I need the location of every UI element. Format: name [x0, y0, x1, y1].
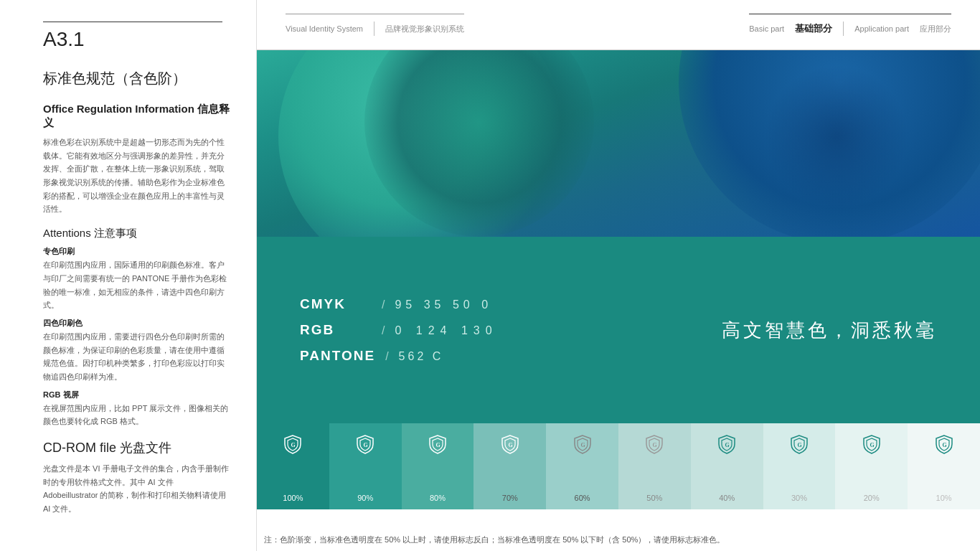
rgb-row: RGB / 0 124 130 — [300, 322, 498, 338]
footer-note: 注：色阶渐变，当标准色透明度在 50% 以上时，请使用标志反白；当标准色透明度在… — [264, 534, 966, 545]
swatch-label: 10% — [936, 494, 952, 502]
cdrom-body: 光盘文件是本 VI 手册电子文件的集合，内含手册制作时的专用软件格式文件。其中 … — [43, 462, 230, 516]
swatch-label: 40% — [719, 494, 735, 502]
app-en-label: Application part — [854, 24, 909, 33]
swatches-panel: G100%G90%G80%G70%G60%G50%G40%G30%G20%G10… — [257, 423, 980, 509]
shield-icon: G — [715, 432, 738, 458]
swatch-item: G70% — [473, 423, 546, 509]
cmyk-values: 95 35 50 0 — [395, 298, 492, 311]
header-right-separator — [843, 22, 844, 36]
rgb-label: RGB 视屏 — [43, 390, 230, 400]
basic-cn-label: 基础部分 — [795, 22, 832, 35]
global-header: Visual Identity System 品牌视觉形象识别系统 Basic … — [257, 0, 980, 50]
cmyk-slash: / — [382, 298, 385, 311]
shield-icon: G — [788, 432, 811, 458]
page-number: A3.1 — [43, 28, 230, 51]
special-print-label: 专色印刷 — [43, 246, 230, 257]
svg-text:G: G — [580, 442, 585, 448]
swatch-label: 30% — [791, 494, 807, 502]
svg-text:G: G — [435, 442, 440, 448]
svg-text:G: G — [291, 442, 296, 448]
color-values-block: CMYK / 95 35 50 0 RGB / 0 124 130 PANTON… — [300, 296, 498, 364]
swatch-label: 80% — [430, 494, 446, 502]
shield-icon: G — [354, 432, 377, 458]
svg-text:G: G — [725, 442, 730, 448]
swatch-label: 100% — [283, 494, 303, 502]
circle-decor-4 — [765, 65, 908, 208]
rgb-values: 0 124 130 — [395, 324, 497, 337]
vis-en-label: Visual Identity System — [286, 24, 363, 33]
svg-text:G: G — [364, 442, 368, 448]
svg-text:G: G — [942, 442, 946, 448]
header-left-nav: Visual Identity System 品牌视觉形象识别系统 — [286, 14, 464, 36]
special-print-body: 在印刷范围内应用，国际通用的印刷颜色标准。客户与印厂之间需要有统一的 PANTO… — [43, 258, 230, 312]
swatch-item: G50% — [618, 423, 691, 509]
swatch-label: 90% — [357, 494, 373, 502]
section-title: 标准色规范（含色阶） — [43, 69, 230, 88]
swatch-item: G40% — [691, 423, 763, 509]
basic-en-label: Basic part — [749, 24, 784, 33]
swatch-item: G100% — [257, 423, 329, 509]
swatch-item: G30% — [763, 423, 836, 509]
office-body: 标准色彩在识别系统中是超越一切形态而为先的个性载体。它能有效地区分与强调形象的差… — [43, 136, 230, 216]
rgb-body: 在视屏范围内应用，比如 PPT 展示文件，图像相关的颜色也要转化成 RGB 格式… — [43, 402, 230, 428]
header-right-nav: Basic part 基础部分 Application part 应用部分 — [749, 14, 951, 36]
app-cn-label: 应用部分 — [920, 24, 951, 34]
shield-icon: G — [571, 432, 594, 458]
swatch-label: 70% — [502, 494, 518, 502]
cmyk-row: CMYK / 95 35 50 0 — [300, 296, 498, 312]
attentions-title: Attentions 注意事项 — [43, 227, 230, 240]
svg-text:G: G — [508, 442, 512, 448]
shield-icon: G — [499, 432, 522, 458]
svg-text:G: G — [653, 442, 657, 448]
office-title: Office Regulation Information 信息释义 — [43, 103, 230, 130]
cdrom-title: CD-ROM file 光盘文件 — [43, 439, 230, 456]
swatch-label: 50% — [646, 494, 662, 502]
header-separator — [374, 22, 374, 36]
pantone-row: PANTONE / 562 C — [300, 348, 498, 364]
shield-icon: G — [860, 432, 883, 458]
pantone-values: 562 C — [399, 350, 444, 363]
cmyk-label: CMYK — [300, 296, 372, 312]
swatch-label: 20% — [864, 494, 880, 502]
swatch-item: G10% — [908, 423, 980, 509]
swatch-item: G90% — [329, 423, 402, 509]
color-display-area — [257, 50, 980, 237]
shield-icon: G — [281, 432, 304, 458]
svg-text:G: G — [870, 442, 874, 448]
pantone-slash: / — [385, 350, 388, 363]
shield-icon: G — [426, 432, 449, 458]
four-color-label: 四色印刷色 — [43, 318, 230, 329]
swatch-item: G20% — [835, 423, 908, 509]
svg-text:G: G — [797, 442, 801, 448]
vis-cn-label: 品牌视觉形象识别系统 — [385, 24, 464, 34]
shield-icon: G — [643, 432, 666, 458]
pantone-label: PANTONE — [300, 348, 375, 364]
four-color-body: 在印刷范围内应用，需要进行四色分色印刷时所需的颜色标准，为保证印刷的色彩质量，请… — [43, 330, 230, 384]
swatch-item: G80% — [402, 423, 474, 509]
rgb-color-label: RGB — [300, 322, 372, 338]
left-panel: A3.1 标准色规范（含色阶） Office Regulation Inform… — [0, 0, 258, 551]
shield-icon: G — [933, 432, 956, 458]
color-info-panel: CMYK / 95 35 50 0 RGB / 0 124 130 PANTON… — [257, 237, 980, 423]
color-tagline: 高文智慧色，洞悉秋毫 — [722, 318, 937, 343]
swatch-item: G60% — [546, 423, 618, 509]
top-border-line — [43, 22, 222, 22]
swatch-label: 60% — [575, 494, 590, 502]
rgb-slash: / — [382, 324, 385, 337]
